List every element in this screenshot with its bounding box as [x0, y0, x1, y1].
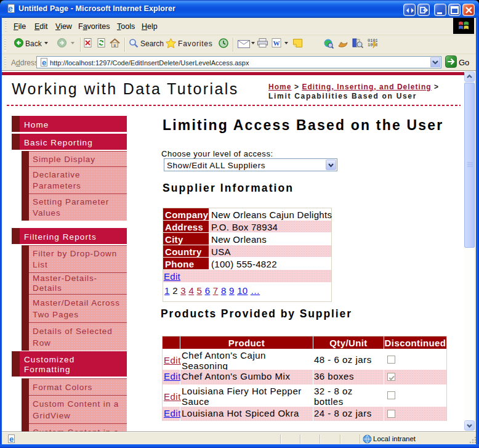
svg-text:e: e [9, 434, 14, 444]
svg-text:W: W [273, 39, 280, 47]
svg-text:e: e [8, 4, 13, 14]
svg-text:e: e [42, 58, 46, 67]
